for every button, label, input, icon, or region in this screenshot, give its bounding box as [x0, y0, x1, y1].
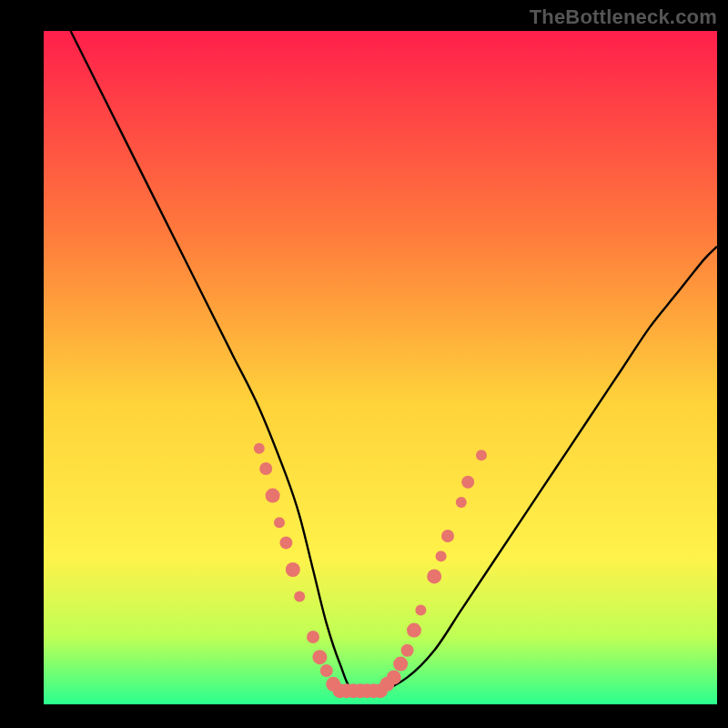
- marker-point: [415, 604, 426, 615]
- marker-point: [286, 562, 300, 577]
- marker-point: [312, 650, 327, 664]
- marker-point: [407, 623, 421, 638]
- marker-point: [456, 497, 467, 508]
- marker-point: [274, 517, 285, 528]
- marker-point: [441, 530, 454, 542]
- marker-point: [266, 489, 280, 503]
- marker-point: [436, 551, 447, 561]
- marker-point: [401, 644, 414, 657]
- marker-point: [427, 569, 441, 583]
- marker-point: [259, 462, 272, 475]
- marker-point: [393, 657, 408, 672]
- marker-point: [279, 536, 292, 549]
- marker-point: [307, 631, 319, 643]
- watermark-text: TheBottleneck.com: [530, 5, 717, 29]
- plot-area: [44, 31, 717, 704]
- marker-point: [476, 450, 487, 460]
- marker-point: [461, 476, 474, 489]
- marker-point: [254, 443, 265, 454]
- marker-point: [387, 670, 401, 684]
- chart-container: TheBottleneck.com: [0, 0, 728, 728]
- marker-point: [320, 664, 333, 677]
- chart-svg: [44, 31, 717, 704]
- gradient-background: [44, 31, 717, 704]
- marker-point: [294, 592, 305, 602]
